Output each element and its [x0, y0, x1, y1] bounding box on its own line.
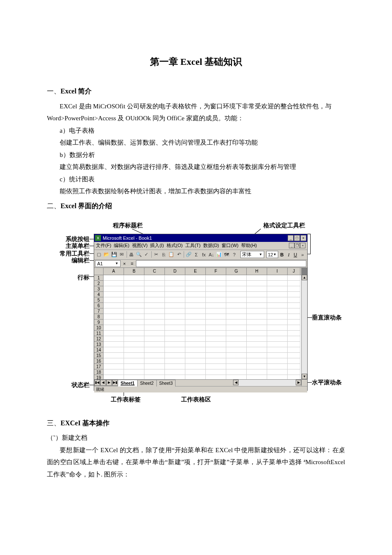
- menu-help[interactable]: 帮助(H): [241, 242, 257, 249]
- row-19[interactable]: 19: [94, 375, 104, 379]
- scroll-track[interactable]: [239, 380, 296, 386]
- sheet-tab-2[interactable]: Sheet2: [138, 380, 157, 386]
- mail-icon[interactable]: ✉: [118, 251, 125, 258]
- menu-insert[interactable]: 插入(I): [150, 242, 164, 249]
- cell[interactable]: [124, 347, 144, 353]
- cell[interactable]: [247, 297, 267, 303]
- font-combo[interactable]: 宋体 ▼: [240, 251, 264, 258]
- cell[interactable]: [247, 353, 267, 358]
- cell[interactable]: [165, 342, 185, 347]
- cell[interactable]: [104, 342, 124, 347]
- menu-data[interactable]: 数据(D): [203, 242, 219, 249]
- cell[interactable]: [267, 358, 288, 364]
- cell[interactable]: [247, 314, 267, 320]
- cell[interactable]: [124, 369, 144, 375]
- cell[interactable]: [288, 369, 300, 375]
- cell[interactable]: [144, 320, 165, 325]
- app-icon[interactable]: X: [95, 235, 101, 241]
- cell[interactable]: [206, 281, 226, 286]
- cell[interactable]: [165, 286, 185, 292]
- cell[interactable]: [267, 308, 288, 314]
- cell[interactable]: [288, 308, 300, 314]
- cell[interactable]: [144, 336, 165, 342]
- row-15[interactable]: 15: [94, 353, 104, 358]
- row-17[interactable]: 17: [94, 364, 104, 369]
- cell[interactable]: [226, 320, 247, 325]
- cell[interactable]: [267, 347, 288, 353]
- cell[interactable]: [247, 281, 267, 286]
- cell[interactable]: [267, 369, 288, 375]
- open-icon[interactable]: 📂: [103, 251, 110, 258]
- undo-icon[interactable]: ↶: [176, 251, 182, 258]
- cell[interactable]: [165, 369, 185, 375]
- row-8[interactable]: 8: [94, 314, 104, 320]
- scroll-right-icon[interactable]: ▶: [296, 380, 301, 385]
- cell[interactable]: [144, 297, 165, 303]
- cell[interactable]: [288, 336, 300, 342]
- cell[interactable]: [185, 336, 206, 342]
- cell[interactable]: [288, 342, 300, 347]
- cell[interactable]: [206, 320, 226, 325]
- cell[interactable]: [226, 292, 247, 297]
- cell[interactable]: [206, 325, 226, 331]
- cell[interactable]: [226, 297, 247, 303]
- paste-icon[interactable]: 📋: [168, 251, 175, 258]
- cut-icon[interactable]: ✂: [153, 251, 160, 258]
- cell[interactable]: [165, 320, 185, 325]
- cell[interactable]: [185, 325, 206, 331]
- cell[interactable]: [165, 297, 185, 303]
- cell[interactable]: [247, 336, 267, 342]
- cell[interactable]: [247, 369, 267, 375]
- row-11[interactable]: 11: [94, 331, 104, 336]
- menu-format[interactable]: 格式(O): [167, 242, 183, 249]
- cell[interactable]: [104, 281, 124, 286]
- cell[interactable]: [165, 325, 185, 331]
- cell[interactable]: [206, 375, 226, 379]
- cell[interactable]: [267, 331, 288, 336]
- cell[interactable]: [288, 297, 300, 303]
- cell[interactable]: [124, 308, 144, 314]
- cell[interactable]: [288, 292, 300, 297]
- minimize-button[interactable]: _: [288, 235, 294, 241]
- tab-split[interactable]: [176, 380, 233, 386]
- sort-asc-icon[interactable]: A↓: [208, 251, 215, 258]
- tab-last-icon[interactable]: ▶▮: [112, 380, 118, 386]
- col-F[interactable]: F: [206, 268, 226, 275]
- cell[interactable]: [104, 275, 124, 281]
- cell[interactable]: [226, 325, 247, 331]
- map-icon[interactable]: 🗺: [223, 251, 230, 258]
- col-H[interactable]: H: [247, 268, 267, 275]
- cell[interactable]: [185, 353, 206, 358]
- cell[interactable]: [206, 347, 226, 353]
- cell[interactable]: [206, 336, 226, 342]
- cell[interactable]: [267, 275, 288, 281]
- cell[interactable]: [226, 308, 247, 314]
- equals-icon[interactable]: =: [128, 260, 136, 267]
- cell[interactable]: [226, 303, 247, 308]
- cell[interactable]: [144, 369, 165, 375]
- cell[interactable]: [104, 308, 124, 314]
- cell[interactable]: [104, 358, 124, 364]
- cell[interactable]: [165, 336, 185, 342]
- row-1[interactable]: 1: [94, 275, 104, 281]
- cell[interactable]: [104, 336, 124, 342]
- cell[interactable]: [124, 325, 144, 331]
- cell[interactable]: [144, 281, 165, 286]
- cell[interactable]: [185, 275, 206, 281]
- cell[interactable]: [144, 331, 165, 336]
- cell[interactable]: [104, 286, 124, 292]
- cell[interactable]: [226, 358, 247, 364]
- cell[interactable]: [124, 314, 144, 320]
- cell[interactable]: [247, 358, 267, 364]
- new-icon[interactable]: ▢: [95, 251, 102, 258]
- cell[interactable]: [226, 369, 247, 375]
- col-J[interactable]: J: [288, 268, 300, 275]
- row-18[interactable]: 18: [94, 369, 104, 375]
- cell[interactable]: [185, 297, 206, 303]
- cell[interactable]: [104, 353, 124, 358]
- cell[interactable]: [267, 353, 288, 358]
- cell[interactable]: [247, 347, 267, 353]
- cell[interactable]: [185, 314, 206, 320]
- cell[interactable]: [104, 331, 124, 336]
- preview-icon[interactable]: 🔍: [135, 251, 142, 258]
